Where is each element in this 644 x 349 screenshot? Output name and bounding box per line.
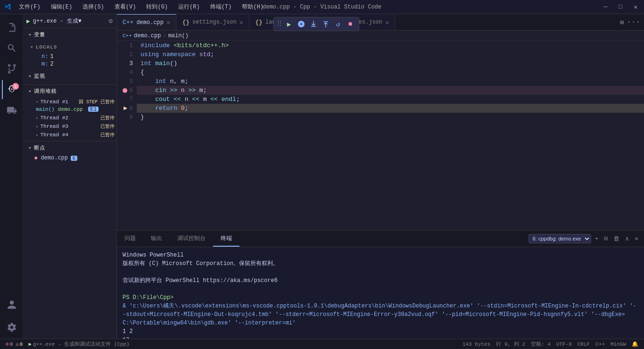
sidebar-item-account[interactable]	[2, 295, 21, 314]
sidebar-item-settings[interactable]	[2, 318, 21, 337]
tab-settings-close[interactable]: ✕	[239, 18, 243, 26]
menu-terminal[interactable]: 终端(T)	[206, 2, 236, 12]
window-title: demo.cpp - Cpp - Visual Studio Code	[263, 4, 381, 10]
locals-header[interactable]: Locals	[26, 41, 116, 53]
debug-continue-button[interactable]: ▶	[283, 18, 295, 30]
breadcrumb-symbol[interactable]: main()	[168, 33, 189, 39]
variables-header[interactable]: 变量	[23, 28, 116, 41]
menu-edit[interactable]: 编辑(E)	[47, 2, 76, 12]
thread-1-status: 因 STEP 已暂停	[79, 99, 115, 105]
terminal-content[interactable]: Windows PowerShell 版权所有 (C) Microsoft Co…	[117, 247, 644, 339]
menu-file[interactable]: 文件(F)	[15, 2, 44, 12]
status-errors[interactable]: ⊘ 0 ⚠ 0	[4, 341, 25, 348]
watch-header[interactable]: 监视	[23, 70, 116, 83]
debug-stepover-button[interactable]	[296, 18, 307, 30]
editor[interactable]: 1 2 3 4 5 6 7 ▶ 8 9 #include <bits/stdc+…	[117, 41, 644, 230]
callstack-header[interactable]: 调用堆栈	[23, 85, 116, 98]
current-line-arrow: ▶	[124, 104, 127, 113]
terminal-line-2: 版权所有 (C) Microsoft Corporation。保留所有权利。	[123, 259, 638, 268]
split-terminal-button[interactable]: ⊟	[603, 234, 610, 243]
debug-restart-button[interactable]: ↺	[332, 18, 344, 30]
code-line-2: using namespace std ;	[137, 50, 644, 59]
main-content: C++ demo.cpp ✕ {} settings.json ✕ {} lau…	[117, 14, 644, 339]
line-numbers: 1 2 3 4 5 6 7 ▶ 8 9	[117, 41, 137, 230]
thread-2[interactable]: Thread #2 已暂停	[28, 114, 116, 122]
debug-stepout-button[interactable]	[320, 18, 331, 30]
kill-terminal-button[interactable]: 🗑	[611, 234, 621, 243]
thread-1[interactable]: Thread #1 因 STEP 已暂停	[28, 98, 116, 106]
statusbar: ⊘ 0 ⚠ 0 ▶ g++.exe - 生成和调试活动文件 (Cpp) 143 …	[0, 339, 644, 349]
code-area[interactable]: #include <bits/stdc++.h> using namespace…	[137, 41, 644, 230]
split-editor-button[interactable]: ⊞	[620, 18, 624, 26]
code-line-7: cout << n << m << endl ;	[137, 95, 644, 104]
code-line-5: int n, m;	[137, 77, 644, 86]
terminal-selector[interactable]: 6: cppdbg: demo.exe	[528, 234, 591, 243]
thread-1-name: Thread #1	[40, 99, 68, 105]
close-button[interactable]: ✕	[631, 3, 640, 11]
var-m: m: 2	[26, 60, 116, 68]
drag-handle[interactable]: ⠿	[277, 19, 282, 29]
status-encoding[interactable]: UTF-8	[554, 341, 574, 348]
tab-properties-close[interactable]: ✕	[385, 18, 389, 26]
maximize-button[interactable]: □	[616, 3, 625, 11]
breadcrumb-icon: C++	[123, 33, 132, 39]
breakpoint-item[interactable]: ● demo.cpp 6	[23, 154, 116, 164]
thread-3[interactable]: Thread #3 已暂停	[28, 122, 116, 131]
maximize-panel-button[interactable]: ∧	[623, 234, 631, 243]
settings-icon[interactable]: ⚙	[109, 17, 113, 25]
thread-3-name: Thread #3	[40, 124, 68, 129]
line-num-1: 1	[117, 41, 133, 50]
status-bytes[interactable]: 143 bytes	[461, 341, 492, 348]
new-terminal-button[interactable]: +	[593, 234, 601, 243]
breadcrumb-file[interactable]: demo.cpp	[134, 33, 161, 39]
menu-goto[interactable]: 转到(G)	[142, 2, 172, 12]
panel-tab-terminal[interactable]: 终端	[213, 231, 239, 247]
sidebar-item-search[interactable]	[2, 39, 21, 58]
status-notifications[interactable]: 🔔	[630, 341, 640, 348]
titlebar-left: 文件(F) 编辑(E) 选择(S) 查看(V) 转到(G) 运行(R) 终端(T…	[4, 2, 267, 12]
tab-democpp[interactable]: C++ demo.cpp ✕	[117, 14, 176, 30]
spaces-label: 空格: 4	[531, 341, 551, 348]
line-num-9: 9	[117, 113, 133, 122]
tab-cpp-icon: C++	[123, 19, 133, 26]
line-num-5: 5	[117, 77, 133, 86]
menu-select[interactable]: 选择(S)	[79, 2, 108, 12]
status-eol[interactable]: CRLF	[576, 341, 592, 348]
panel-tab-output[interactable]: 输出	[143, 231, 170, 247]
sidebar-item-explorer[interactable]	[2, 18, 21, 37]
thread-2-chevron	[36, 116, 38, 121]
sidebar-item-debug[interactable]: 1	[2, 80, 21, 99]
encoding-label: UTF-8	[556, 341, 572, 347]
debug-toolbar: ⠿ ▶ ↺ ■	[273, 17, 359, 31]
menu-view[interactable]: 查看(V)	[111, 2, 140, 12]
sidebar-item-git[interactable]	[2, 59, 21, 78]
eol-label: CRLF	[578, 341, 590, 347]
debug-stop-button[interactable]: ■	[345, 18, 356, 30]
terminal-prompt: PS D:\File\Cpp>	[123, 293, 173, 302]
panel-tab-debugconsole[interactable]: 调试控制台	[170, 231, 213, 247]
panel-tab-problems[interactable]: 问题	[117, 231, 143, 247]
more-actions-button[interactable]: ···	[627, 18, 640, 26]
sidebar-item-extensions[interactable]	[2, 101, 21, 120]
callstack-chevron	[28, 88, 32, 94]
status-position[interactable]: 行 9, 列 2	[494, 341, 527, 348]
status-run[interactable]: ▶ g++.exe - 生成和调试活动文件 (Cpp)	[26, 341, 131, 348]
close-panel-button[interactable]: ✕	[633, 234, 640, 243]
line-num-7: 7	[117, 95, 133, 104]
tab-settings[interactable]: {} settings.json ✕	[176, 14, 249, 30]
terminal-line-4: 尝试新的跨平台 PowerShell https://aka.ms/pscore…	[123, 276, 638, 285]
status-lang[interactable]: C++	[594, 341, 607, 348]
thread-1-frame[interactable]: main() demo.cpp 8:1	[28, 106, 116, 114]
minimize-button[interactable]: —	[601, 3, 611, 11]
status-spaces[interactable]: 空格: 4	[529, 341, 553, 348]
status-mingw[interactable]: MinGW	[609, 341, 628, 348]
run-config-label[interactable]: g++.exe - 生成▼	[33, 17, 82, 25]
thread-4[interactable]: Thread #4 已暂停	[28, 131, 116, 139]
breakpoints-header[interactable]: 断点	[23, 141, 116, 154]
menu-run[interactable]: 运行(R)	[174, 2, 204, 12]
window-controls: — □ ✕	[601, 3, 640, 11]
debug-stepinto-button[interactable]	[308, 18, 319, 30]
run-icon: ▶	[28, 341, 32, 347]
tab-democpp-close[interactable]: ✕	[166, 18, 170, 26]
bell-icon: 🔔	[632, 341, 638, 347]
